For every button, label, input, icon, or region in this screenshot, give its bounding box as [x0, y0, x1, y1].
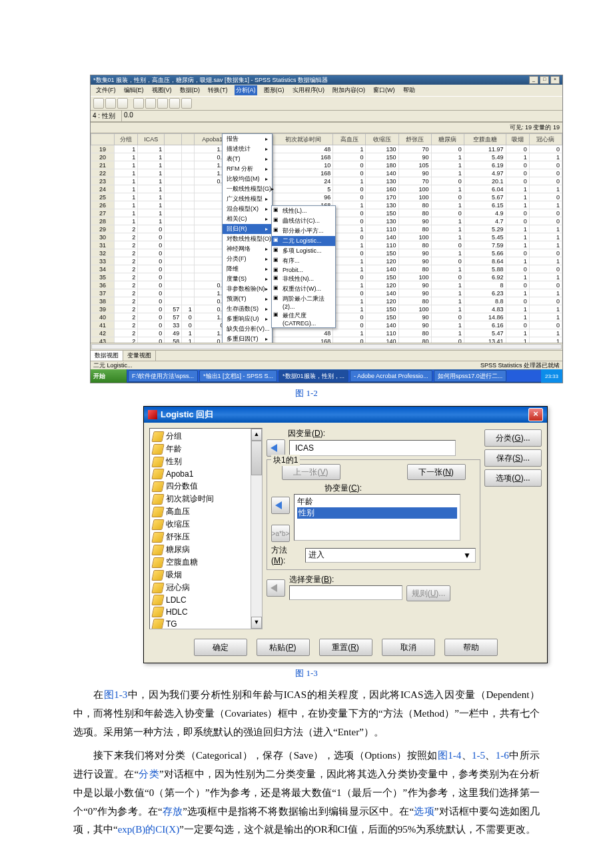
- grid-cell[interactable]: 130: [366, 145, 398, 153]
- grid-cell[interactable]: 20.1: [464, 177, 506, 185]
- dialog-close-icon[interactable]: ×: [528, 408, 543, 421]
- grid-cell[interactable]: 140: [366, 169, 398, 177]
- grid-column-header[interactable]: 初次就诊时间: [273, 134, 333, 145]
- grid-cell[interactable]: 170: [366, 193, 398, 201]
- grid-cell[interactable]: 140: [366, 233, 398, 241]
- grid-cell[interactable]: 70: [398, 177, 431, 185]
- grid-cell[interactable]: 5.45: [464, 233, 506, 241]
- grid-cell[interactable]: 1: [529, 313, 562, 321]
- grid-cell[interactable]: [165, 297, 182, 305]
- grid-cell[interactable]: [182, 225, 194, 233]
- row-header[interactable]: 43: [91, 337, 115, 343]
- varlist-scrollbar[interactable]: ▲ ▼: [251, 429, 262, 629]
- grid-cell[interactable]: 6.19: [464, 161, 506, 169]
- rule-button[interactable]: 规则(U)...: [406, 585, 450, 601]
- tb-goto-icon[interactable]: [157, 98, 168, 109]
- grid-cell[interactable]: 90: [398, 289, 431, 297]
- row-header[interactable]: 24: [91, 185, 115, 193]
- grid-cell[interactable]: 0: [138, 329, 165, 337]
- grid-cell[interactable]: 0: [529, 281, 562, 289]
- grid-cell[interactable]: 2: [115, 313, 138, 321]
- grid-cell[interactable]: 1: [431, 289, 464, 297]
- dependent-box[interactable]: ICAS: [289, 440, 456, 456]
- grid-cell[interactable]: 140: [366, 265, 398, 273]
- grid-cell[interactable]: 1: [506, 289, 529, 297]
- submenu-item[interactable]: ▣二元 Logistic...: [272, 236, 335, 246]
- grid-cell[interactable]: 168: [273, 153, 333, 161]
- scroll-thumb[interactable]: [251, 441, 262, 475]
- variable-item[interactable]: 冠心病: [150, 581, 262, 594]
- grid-cell[interactable]: 2: [115, 225, 138, 233]
- grid-cell[interactable]: 1: [506, 313, 529, 321]
- taskbar-item[interactable]: *数据01服装，性别，...: [279, 370, 348, 382]
- variable-item[interactable]: HDLC: [150, 606, 262, 618]
- grid-cell[interactable]: 1: [138, 185, 165, 193]
- grid-column-header[interactable]: [91, 134, 115, 145]
- grid-column-header[interactable]: 分组: [115, 134, 138, 145]
- next-block-button[interactable]: 下一张(N): [407, 464, 466, 480]
- grid-cell[interactable]: 120: [366, 297, 398, 305]
- grid-cell[interactable]: 24: [273, 177, 333, 185]
- grid-cell[interactable]: 90: [398, 153, 431, 161]
- grid-cell[interactable]: 0: [529, 177, 562, 185]
- menu-analyze[interactable]: 分析(A): [235, 85, 257, 95]
- row-header[interactable]: 35: [91, 273, 115, 281]
- grid-cell[interactable]: 0: [333, 193, 366, 201]
- grid-cell[interactable]: 6.04: [464, 185, 506, 193]
- grid-cell[interactable]: 90: [398, 257, 431, 265]
- grid-cell[interactable]: 0: [138, 233, 165, 241]
- grid-cell[interactable]: 0: [506, 177, 529, 185]
- grid-cell[interactable]: 1: [431, 161, 464, 169]
- grid-cell[interactable]: 1: [431, 169, 464, 177]
- grid-cell[interactable]: 1: [431, 265, 464, 273]
- grid-cell[interactable]: 1: [506, 201, 529, 209]
- grid-cell[interactable]: 1: [115, 145, 138, 153]
- grid-cell[interactable]: [165, 193, 182, 201]
- grid-cell[interactable]: [165, 145, 182, 153]
- row-header[interactable]: 38: [91, 297, 115, 305]
- grid-cell[interactable]: [182, 153, 194, 161]
- grid-cell[interactable]: [182, 233, 194, 241]
- menu-item[interactable]: 描述统计▸: [223, 144, 272, 154]
- submenu-item[interactable]: ▣曲线估计(C)...: [272, 216, 335, 226]
- variable-item[interactable]: 糖尿病: [150, 543, 262, 556]
- menu-item[interactable]: 降维▸: [223, 264, 272, 274]
- grid-cell[interactable]: 160: [366, 185, 398, 193]
- submenu-item[interactable]: ▣Probit...: [272, 266, 335, 274]
- grid-cell[interactable]: 5: [273, 185, 333, 193]
- grid-cell[interactable]: 100: [398, 193, 431, 201]
- grid-cell[interactable]: 1: [529, 241, 562, 249]
- link-categorical[interactable]: 分类: [139, 769, 159, 779]
- grid-cell[interactable]: 1: [138, 209, 165, 217]
- grid-cell[interactable]: 0: [506, 209, 529, 217]
- menu-edit[interactable]: 编辑(E): [123, 85, 145, 95]
- row-header[interactable]: 37: [91, 289, 115, 297]
- grid-cell[interactable]: 120: [366, 257, 398, 265]
- variable-item[interactable]: 年龄: [150, 443, 262, 455]
- menu-item[interactable]: 多重归因(T)▸: [223, 334, 272, 343]
- grid-cell[interactable]: 58: [165, 337, 182, 343]
- grid-cell[interactable]: [182, 145, 194, 153]
- grid-cell[interactable]: [165, 185, 182, 193]
- grid-cell[interactable]: 96: [273, 193, 333, 201]
- grid-cell[interactable]: 1: [431, 153, 464, 161]
- hscrollbar[interactable]: [91, 343, 562, 350]
- grid-cell[interactable]: 14.86: [464, 313, 506, 321]
- grid-cell[interactable]: 0: [138, 313, 165, 321]
- grid-cell[interactable]: [165, 153, 182, 161]
- menu-item[interactable]: 混合模型(X)▸: [223, 204, 272, 214]
- row-header[interactable]: 28: [91, 217, 115, 225]
- menu-file[interactable]: 文件(F): [95, 85, 117, 95]
- grid-cell[interactable]: 1: [115, 193, 138, 201]
- grid-cell[interactable]: 4.7: [464, 217, 506, 225]
- tb-open-icon[interactable]: [93, 98, 104, 109]
- grid-cell[interactable]: 0: [506, 249, 529, 257]
- grid-cell[interactable]: 1: [431, 201, 464, 209]
- grid-cell[interactable]: 0: [333, 321, 366, 329]
- grid-cell[interactable]: 1: [431, 321, 464, 329]
- grid-cell[interactable]: 1: [138, 153, 165, 161]
- grid-cell[interactable]: 1: [529, 289, 562, 297]
- grid-cell[interactable]: 130: [366, 201, 398, 209]
- grid-column-header[interactable]: 空腹血糖: [464, 134, 506, 145]
- move-select-var-button[interactable]: [267, 579, 285, 597]
